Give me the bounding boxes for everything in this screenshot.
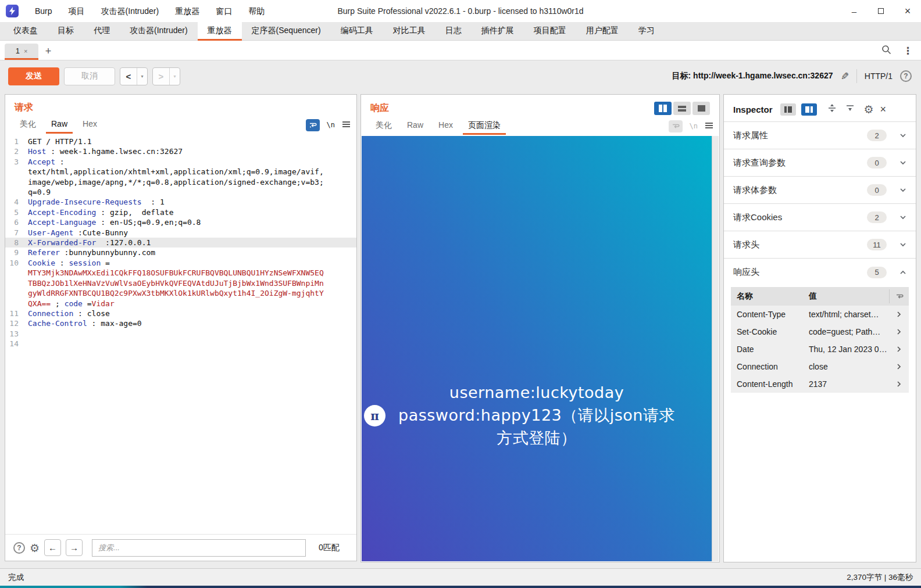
main-tab[interactable]: 编码工具 <box>331 22 383 41</box>
menu-item[interactable]: 项目 <box>60 0 93 22</box>
request-line[interactable]: 11Connection : close <box>5 309 356 318</box>
word-wrap-icon[interactable] <box>306 119 320 131</box>
response-header-row[interactable]: Set-Cookiecode=guest; Path… <box>731 323 909 340</box>
main-tab[interactable]: 项目配置 <box>524 22 576 41</box>
request-line[interactable]: 8X-Forwarded-For :127.0.0.1 <box>5 238 356 248</box>
view-tab[interactable]: 美化 <box>15 116 41 134</box>
main-tab[interactable]: 学习 <box>629 22 665 41</box>
show-newlines-icon[interactable]: \n <box>327 121 335 129</box>
inspector-section-request-body-params[interactable]: 请求体参数0 <box>724 177 916 204</box>
find-settings-gear-icon[interactable]: ⚙ <box>30 542 40 554</box>
main-tab[interactable]: 定序器(Sequencer) <box>242 22 331 41</box>
search-input[interactable] <box>92 539 306 557</box>
request-line[interactable]: TBBQzJOb1lXeHNaVzVuWlVsaOEybHVkQVFEQVAtd… <box>5 278 356 288</box>
history-forward-button[interactable]: > ▾ <box>152 67 180 85</box>
request-line[interactable]: 7User-Agent :Cute-Bunny <box>5 228 356 238</box>
inspector-section-request-query-params[interactable]: 请求查询参数0 <box>724 149 916 177</box>
add-tab-button[interactable]: + <box>38 42 58 60</box>
help-icon[interactable]: ? <box>900 70 912 82</box>
expand-all-icon[interactable] <box>827 103 837 115</box>
send-button[interactable]: 发送 <box>8 67 59 85</box>
main-tab[interactable]: 仪表盘 <box>3 22 48 41</box>
menu-item[interactable]: 帮助 <box>240 0 273 22</box>
main-tab[interactable]: 重放器 <box>198 22 242 41</box>
edit-target-icon[interactable]: ✎ <box>841 70 849 82</box>
tab-close-icon[interactable]: × <box>24 48 27 55</box>
view-tab[interactable]: 美化 <box>370 117 397 135</box>
more-options-icon[interactable]: ⋮ <box>903 45 913 56</box>
request-line[interactable]: 4Upgrade-Insecure-Requests : 1 <box>5 197 356 207</box>
request-editor[interactable]: 1GET / HTTP/1.12Host : week-1.hgame.lwse… <box>5 134 356 534</box>
request-line[interactable]: MTY3Mjk3NDAwMXxEdi1CQkFFQ18OSUFBUkFCRUFB… <box>5 268 356 278</box>
request-line[interactable]: QXA== ; code =Vidar <box>5 299 356 309</box>
menu-item[interactable]: Burp <box>27 0 60 22</box>
request-line[interactable]: 5Accept-Encoding : gzip, deflate <box>5 207 356 217</box>
main-tab[interactable]: 用户配置 <box>576 22 629 41</box>
inspector-dock-right-icon[interactable] <box>801 103 817 116</box>
header-expand[interactable] <box>889 346 909 353</box>
view-tab[interactable]: Hex <box>77 116 102 134</box>
request-line[interactable]: image/webp,image/apng,*/*;q=0.8,applicat… <box>5 177 356 187</box>
history-back-button[interactable]: < ▾ <box>120 67 148 85</box>
inspector-close-icon[interactable]: × <box>880 103 887 116</box>
rendered-page[interactable]: π username:luckytodaypassword:happy123（请… <box>362 136 719 561</box>
maximize-button[interactable] <box>868 0 894 22</box>
history-back-caret-icon[interactable]: ▾ <box>137 68 147 85</box>
response-header-row[interactable]: Content-Typetext/html; charset… <box>731 306 909 323</box>
layout-single-icon[interactable] <box>692 102 710 115</box>
close-button[interactable]: × <box>894 0 921 22</box>
response-header-row[interactable]: Connectionclose <box>731 358 909 375</box>
main-tab[interactable]: 对比工具 <box>383 22 435 41</box>
request-line[interactable]: 6Accept-Language : en-US;q=0.9,en;q=0.8 <box>5 217 356 227</box>
request-line[interactable]: 2Host : week-1.hgame.lwsec.cn:32627 <box>5 146 356 156</box>
view-tab[interactable]: Hex <box>433 117 458 135</box>
request-line[interactable]: 9Referer :bunnybunnybunny.com <box>5 248 356 257</box>
main-tab[interactable]: 插件扩展 <box>472 22 524 41</box>
request-line[interactable]: 1GET / HTTP/1.1 <box>5 137 356 146</box>
editor-menu-icon[interactable] <box>705 121 713 131</box>
find-previous-button[interactable]: ← <box>44 539 61 556</box>
main-tab[interactable]: 日志 <box>435 22 472 41</box>
main-tab[interactable]: 攻击器(Intruder) <box>120 22 198 41</box>
request-line[interactable]: gyWldRRGFXNTBCQU1BQ2c9PXwX3tbMKXlOk1kURl… <box>5 288 356 298</box>
layout-columns-icon[interactable] <box>654 102 672 115</box>
view-tab[interactable]: 页面渲染 <box>463 117 506 135</box>
editor-menu-icon[interactable] <box>342 120 351 130</box>
header-expand[interactable] <box>889 381 909 388</box>
request-line[interactable]: 10Cookie : session = <box>5 258 356 268</box>
layout-rows-icon[interactable] <box>673 102 691 115</box>
inspector-section-request-headers[interactable]: 请求头11 <box>724 231 916 259</box>
request-line[interactable]: 14 <box>5 339 356 349</box>
main-tab[interactable]: 目标 <box>48 22 84 41</box>
find-help-icon[interactable]: ? <box>13 542 25 554</box>
collapse-all-icon[interactable] <box>845 103 855 115</box>
table-wrap-icon[interactable] <box>889 289 909 303</box>
view-tab[interactable]: Raw <box>46 116 73 134</box>
main-tab[interactable]: 代理 <box>84 22 120 41</box>
request-line[interactable]: 12Cache-Control : max-age=0 <box>5 318 356 328</box>
menu-item[interactable]: 窗口 <box>208 0 240 22</box>
inspector-section-request-attributes[interactable]: 请求属性2 <box>724 122 916 149</box>
header-expand[interactable] <box>889 328 909 335</box>
request-line[interactable]: q=0.9 <box>5 187 356 197</box>
history-forward-caret-icon[interactable]: ▾ <box>169 68 180 85</box>
inspector-dock-left-icon[interactable] <box>780 103 796 116</box>
request-line[interactable]: 3Accept : <box>5 157 356 167</box>
search-icon[interactable] <box>881 45 891 57</box>
render-scrollbar[interactable] <box>712 136 719 561</box>
request-line[interactable]: 13 <box>5 329 356 339</box>
header-expand[interactable] <box>889 311 909 318</box>
inspector-section-request-cookies[interactable]: 请求Cookies2 <box>724 204 916 231</box>
minimize-button[interactable]: – <box>841 0 868 22</box>
menu-item[interactable]: 攻击器(Intruder) <box>93 0 167 22</box>
menu-item[interactable]: 重放器 <box>167 0 208 22</box>
request-line[interactable]: text/html,application/xhtml+xml,applicat… <box>5 167 356 177</box>
header-expand[interactable] <box>889 363 909 370</box>
view-tab[interactable]: Raw <box>402 117 429 135</box>
response-header-row[interactable]: DateThu, 12 Jan 2023 0… <box>731 340 909 358</box>
inspector-section-response-headers[interactable]: 响应头 5 <box>724 259 916 286</box>
find-next-button[interactable]: → <box>66 539 83 556</box>
cancel-button[interactable]: 取消 <box>64 67 115 85</box>
response-header-row[interactable]: Content-Length2137 <box>731 375 909 393</box>
inspector-settings-gear-icon[interactable]: ⚙ <box>864 103 874 116</box>
